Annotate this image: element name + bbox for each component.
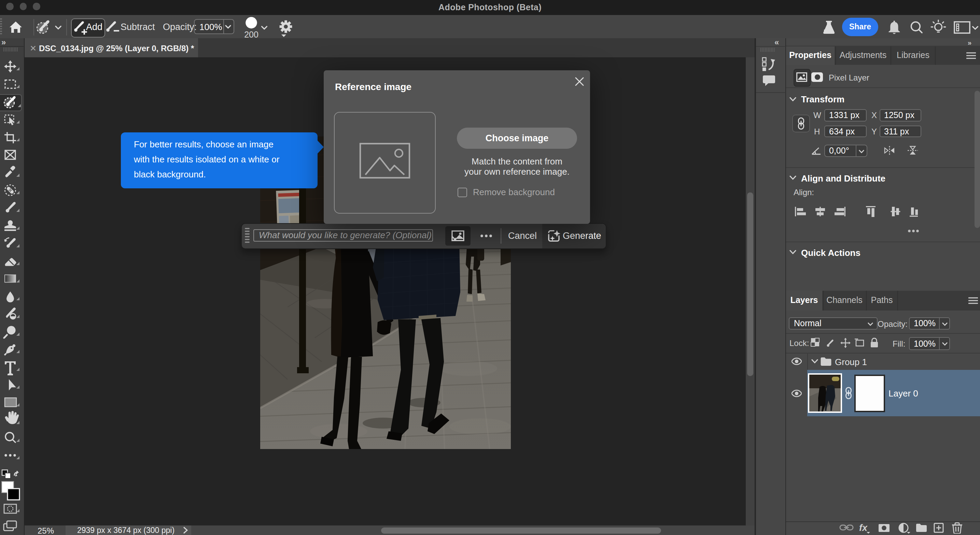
svg-text:«: « [775,38,779,47]
svg-text:fx: fx [859,523,868,533]
svg-text:»: » [2,38,6,47]
